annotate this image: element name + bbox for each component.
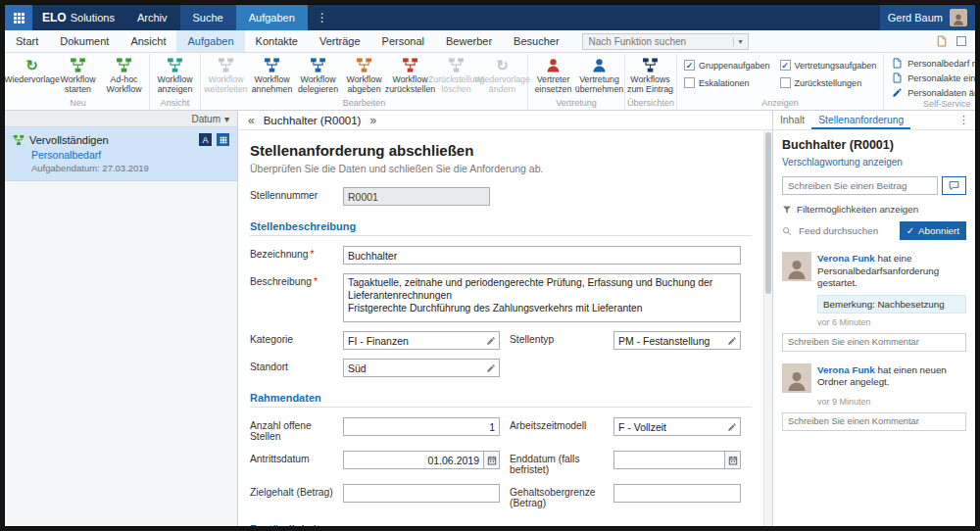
standort-field[interactable]: [343, 359, 500, 377]
tab-start[interactable]: Start: [5, 30, 49, 52]
topbar: ELOSolutions Archiv Suche Aufgaben ⋮ Ger…: [5, 5, 975, 30]
topbar-item-suche[interactable]: Suche: [180, 5, 236, 30]
workflows-zum-eintrag-button[interactable]: Workflows zum Eintrag: [627, 54, 673, 94]
vertreter-einsetzen-button[interactable]: Vertreter einsetzen: [530, 54, 576, 94]
entry-header: « Buchhalter (R0001) »: [238, 111, 772, 130]
feed-author-link[interactable]: Verona Funk: [817, 253, 875, 264]
speech-bubble-icon: [949, 180, 959, 191]
document-icon: [892, 72, 903, 83]
anzahl-offene-stellen-input[interactable]: [343, 417, 500, 436]
ribbon-group-neu: ↻ Wiedervorlage Workflow starten Ad-hoc …: [7, 54, 150, 110]
beschreibung-textarea[interactable]: Tagaktuelle, zeitnahe und periodengerech…: [343, 273, 741, 322]
arbeitszeitmodell-input[interactable]: [614, 419, 724, 434]
comment-input[interactable]: [782, 333, 966, 352]
ribbon-group-label: Self-Service: [886, 98, 975, 111]
anzahl-offene-stellen-label: Anzahl offene Stellen: [250, 417, 343, 442]
arbeitszeitmodell-field[interactable]: [613, 417, 741, 436]
pencil-icon[interactable]: [483, 332, 499, 349]
checkbox-vertretungsaufgaben[interactable]: ✓ Vertretungsaufgaben: [780, 60, 877, 71]
subscribed-button[interactable]: ✓ Abonniert: [900, 221, 966, 240]
tab-besucher[interactable]: Besucher: [503, 30, 569, 52]
tab-kontakte[interactable]: Kontakte: [245, 30, 309, 52]
enddatum-field[interactable]: [613, 451, 741, 469]
zielgehalt-input[interactable]: [343, 484, 500, 503]
wiedervorlage-icon: ↻: [25, 56, 38, 74]
pencil-icon[interactable]: [483, 360, 499, 376]
task-list-item[interactable]: Vervollständigen A Personalbedarf Aufgab…: [5, 127, 237, 181]
show-keywording-link[interactable]: Verschlagwortung anzeigen: [782, 157, 966, 168]
workflow-zurueckstellen-button[interactable]: Workflow zurückstellen: [387, 54, 433, 94]
personalakte-einsehen-button[interactable]: Personalakte einsehen: [892, 72, 975, 83]
standort-label: Standort: [250, 359, 343, 372]
topbar-overflow-button[interactable]: ⋮: [308, 5, 337, 30]
antrittsdatum-field[interactable]: [343, 451, 500, 469]
ribbon-group-uebersichten: Workflows zum Eintrag Übersichten: [625, 54, 677, 110]
wiedervorlage-aendern-icon: ↻: [496, 56, 509, 74]
maximize-icon[interactable]: [956, 36, 966, 46]
checkbox-eskalationen[interactable]: Eskalationen: [684, 77, 770, 88]
workflow-anzeigen-button[interactable]: Workflow anzeigen: [152, 54, 198, 94]
checkbox-gruppenaufgaben[interactable]: ✓ Gruppenaufgaben: [684, 60, 770, 71]
personaldaten-aendern-button[interactable]: Personaldaten ändern: [892, 87, 975, 98]
task-subject-link[interactable]: Personalbedarf: [31, 149, 229, 161]
workflow-anzeigen-icon: [167, 56, 183, 74]
feed-author-link[interactable]: Verona Funk: [817, 364, 875, 375]
adhoc-workflow-button[interactable]: Ad-hoc Workflow: [101, 54, 147, 94]
checkbox-zurueckstellungen[interactable]: Zurückstellungen: [780, 77, 877, 88]
tab-dokument[interactable]: Dokument: [49, 30, 120, 52]
workflow-starten-button[interactable]: Workflow starten: [55, 54, 101, 94]
workflow-delegieren-button[interactable]: Workflow delegieren: [295, 54, 341, 94]
previous-entry-button[interactable]: «: [248, 114, 255, 127]
antrittsdatum-input[interactable]: [344, 453, 483, 467]
enddatum-input[interactable]: [614, 453, 724, 467]
submit-post-button[interactable]: [942, 176, 966, 195]
ribbon-group-label: Vertretung: [530, 97, 622, 110]
feed-note: Bemerkung: Nachbesetzung: [817, 295, 966, 314]
topbar-item-archiv[interactable]: Archiv: [124, 5, 180, 30]
pencil-icon[interactable]: [724, 418, 740, 435]
app-launcher-button[interactable]: [5, 5, 32, 30]
tab-personal[interactable]: Personal: [371, 30, 435, 52]
form-scrollbar[interactable]: [763, 130, 772, 526]
stellentyp-field[interactable]: [613, 331, 741, 350]
calendar-icon[interactable]: [724, 452, 740, 468]
feed-search-input[interactable]: [797, 224, 895, 237]
workflow-annehmen-button[interactable]: Workflow annehmen: [249, 54, 295, 94]
calendar-icon[interactable]: [483, 452, 499, 468]
brand-suffix: Solutions: [71, 12, 115, 24]
tab-inhalt[interactable]: Inhalt: [773, 111, 811, 129]
vertretung-uebernehmen-button[interactable]: Vertretung übernehmen: [576, 54, 622, 94]
stellentyp-input[interactable]: [614, 333, 724, 348]
zielgehalt-label: Zielgehalt (Betrag): [250, 484, 343, 498]
bezeichnung-label: Bezeichnung*: [250, 246, 343, 260]
filter-options-link[interactable]: Filtermöglichkeiten anzeigen: [782, 204, 966, 215]
function-search-caret-icon[interactable]: ▾: [733, 37, 748, 46]
tab-ansicht[interactable]: Ansicht: [120, 30, 176, 52]
kategorie-field[interactable]: [343, 331, 500, 350]
next-entry-button[interactable]: »: [369, 114, 376, 127]
tab-aufgaben[interactable]: Aufgaben: [176, 30, 244, 52]
tab-stellenanforderung[interactable]: Stellenanforderung: [811, 111, 910, 129]
tab-vertraege[interactable]: Verträge: [309, 30, 371, 52]
gehaltsobergrenze-input[interactable]: [613, 484, 741, 503]
task-sort-header[interactable]: Datum ▾: [5, 111, 237, 127]
topbar-item-aufgaben[interactable]: Aufgaben: [236, 5, 308, 30]
bezeichnung-input[interactable]: [343, 246, 741, 265]
kategorie-input[interactable]: [344, 333, 483, 348]
function-search-input[interactable]: [583, 36, 733, 47]
ribbon-group-label: Bearbeiten: [203, 97, 525, 110]
tab-bewerber[interactable]: Bewerber: [435, 30, 503, 52]
ribbon-group-bearbeiten: Workflow weiterleiten Workflow annehmen …: [201, 54, 528, 110]
ribbon-group-self-service: Personalbedarf melden Personalakte einse…: [884, 54, 975, 110]
user-menu[interactable]: Gerd Baum: [880, 5, 975, 30]
wiedervorlage-button[interactable]: ↻ Wiedervorlage: [9, 54, 55, 85]
info-icon[interactable]: [936, 35, 948, 47]
scrollbar-thumb[interactable]: [765, 132, 771, 294]
personalbedarf-melden-button[interactable]: Personalbedarf melden: [892, 58, 975, 69]
comment-input[interactable]: [782, 412, 966, 431]
pencil-icon[interactable]: [724, 332, 740, 349]
standort-input[interactable]: [344, 361, 483, 375]
panel-menu-button[interactable]: ⋮: [953, 111, 975, 129]
new-post-input[interactable]: [782, 176, 938, 195]
workflow-abgeben-button[interactable]: Workflow abgeben: [341, 54, 387, 94]
